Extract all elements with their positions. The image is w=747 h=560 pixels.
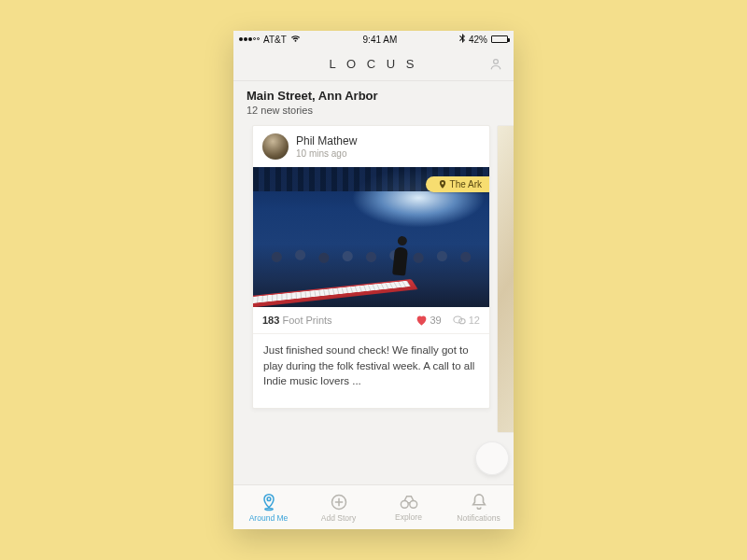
author-avatar[interactable] — [262, 133, 289, 160]
svg-point-7 — [409, 500, 416, 508]
battery-icon — [491, 35, 508, 43]
around-me-icon — [260, 493, 278, 511]
story-feed[interactable]: Phil Mathew 10 mins ago The Ark 183 Foot… — [233, 125, 514, 478]
carrier-label: AT&T — [263, 35, 287, 45]
like-count: 39 — [430, 315, 442, 326]
explore-icon — [399, 494, 419, 511]
profile-icon[interactable] — [487, 56, 504, 77]
add-story-icon — [330, 493, 348, 511]
status-bar: AT&T 9:41 AM 42% — [233, 31, 514, 48]
notifications-icon — [471, 493, 487, 511]
pin-icon — [439, 180, 446, 189]
story-image[interactable]: The Ark — [253, 167, 489, 307]
location-header: Main Street, Ann Arbor 12 new stories — [233, 81, 514, 125]
comment-count: 12 — [469, 315, 480, 326]
svg-point-4 — [264, 508, 272, 510]
footprints: 183 Foot Prints — [262, 315, 332, 326]
card-stats: 183 Foot Prints 39 12 — [253, 307, 489, 334]
heart-icon — [416, 315, 428, 326]
post-time: 10 mins ago — [296, 148, 357, 159]
location-title: Main Street, Ann Arbor — [247, 89, 500, 103]
tab-notifications[interactable]: Notifications — [444, 485, 514, 529]
app-screen: AT&T 9:41 AM 42% L O C U S Main Street, … — [233, 31, 514, 529]
tab-label: Add Story — [321, 513, 356, 523]
author-name: Phil Mathew — [296, 134, 357, 147]
signal-dots-icon — [239, 37, 260, 41]
card-header: Phil Mathew 10 mins ago — [253, 126, 489, 167]
battery-percent: 42% — [469, 35, 487, 45]
floating-action-button[interactable] — [475, 441, 509, 475]
tab-around-me[interactable]: Around Me — [233, 485, 303, 529]
app-title: L O C U S — [330, 57, 418, 71]
tab-explore[interactable]: Explore — [374, 485, 444, 529]
venue-name: The Ark — [450, 179, 482, 189]
app-bar: L O C U S — [233, 48, 514, 81]
svg-point-0 — [494, 60, 499, 64]
venue-tag[interactable]: The Ark — [426, 176, 489, 192]
tab-label: Explore — [395, 512, 422, 522]
story-card[interactable]: Phil Mathew 10 mins ago The Ark 183 Foot… — [252, 125, 490, 409]
status-left: AT&T — [239, 35, 301, 45]
tab-label: Notifications — [457, 513, 500, 523]
svg-point-3 — [267, 497, 271, 500]
svg-point-1 — [454, 316, 462, 323]
wifi-icon — [290, 35, 301, 45]
bluetooth-icon — [459, 34, 465, 45]
status-right: 42% — [459, 34, 508, 45]
like-button[interactable]: 39 — [416, 315, 442, 326]
story-caption: Just finished sound check! We finally go… — [253, 334, 489, 408]
tab-add-story[interactable]: Add Story — [303, 485, 374, 529]
tab-label: Around Me — [249, 513, 289, 523]
comment-button[interactable]: 12 — [453, 315, 480, 326]
status-time: 9:41 AM — [363, 35, 398, 45]
tab-bar: Around Me Add Story Explore Notification… — [233, 484, 514, 529]
comment-icon — [453, 315, 466, 326]
svg-point-6 — [401, 500, 408, 508]
next-story-peek[interactable] — [497, 125, 514, 433]
location-subtitle: 12 new stories — [247, 105, 500, 116]
